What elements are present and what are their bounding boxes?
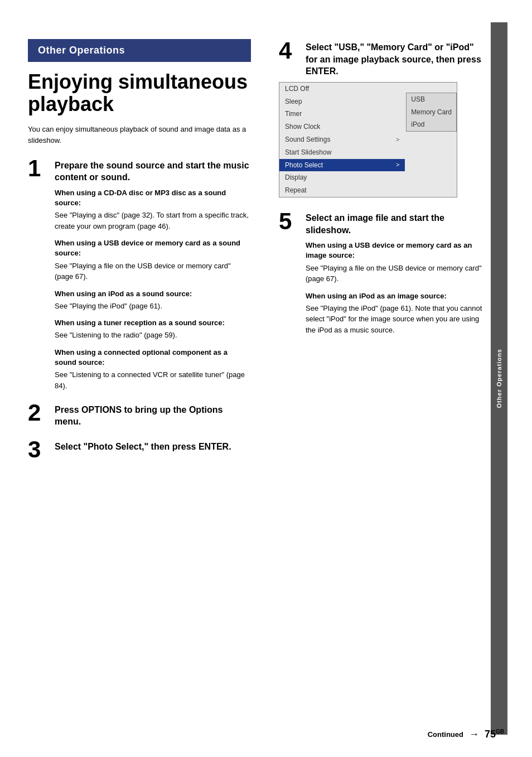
step-1-sub-3: When using an iPod as a sound source: Se… (55, 289, 251, 312)
step-1-number: 1 (28, 157, 49, 180)
step-2: 2 Press OPTIONS to bring up the Options … (28, 401, 251, 428)
step-1: 1 Prepare the sound source and start the… (28, 157, 251, 391)
heading-line2: playback (28, 93, 251, 115)
step-5: 5 Select an image file and start the sli… (279, 210, 485, 335)
step-4: 4 Select "USB," "Memory Card" or "iPod" … (279, 39, 485, 197)
step-1-sub-4: When using a tuner reception as a sound … (55, 318, 251, 341)
side-tab: Other Operations (491, 22, 507, 735)
step-4-number: 4 (279, 39, 300, 62)
page-footer: Continued → 75GB (428, 729, 504, 740)
menu-item-display: Display (279, 171, 405, 184)
step-5-sub-2-text: See "Playing the iPod" (page 61). Note t… (306, 303, 485, 336)
menu-item-sleep: Sleep (279, 95, 405, 108)
step-2-number: 2 (28, 401, 49, 425)
continued-arrow: → (469, 729, 479, 740)
menu-screenshot: LCD Off Sleep Timer Show Clock Sound Set (279, 82, 457, 197)
step-4-title: Select "USB," "Memory Card" or "iPod" fo… (306, 39, 485, 78)
menu-item-sound-settings: Sound Settings > (279, 133, 405, 146)
step-5-title: Select an image file and start the slide… (306, 210, 485, 236)
step-1-title: Prepare the sound source and start the m… (55, 157, 251, 184)
step-1-sub-3-text: See "Playing the iPod" (page 61). (55, 301, 251, 312)
step-1-sub-2: When using a USB device or memory card a… (55, 238, 251, 282)
step-1-content: When using a CD-DA disc or MP3 disc as a… (28, 188, 251, 392)
menu-item-lcd-off: LCD Off (279, 83, 405, 95)
submenu-item-ipod: iPod (407, 118, 456, 131)
step-5-sub-1: When using a USB device or memory card a… (306, 240, 485, 284)
menu-item-start-slideshow: Start Slideshow (279, 146, 405, 159)
banner-label: Other Operations (38, 45, 125, 56)
main-heading: Enjoying simultaneous playback (28, 71, 251, 115)
step-1-sub-5: When using a connected optional componen… (55, 348, 251, 391)
menu-main-list: LCD Off Sleep Timer Show Clock Sound Set (279, 83, 405, 197)
sound-settings-arrow: > (396, 136, 399, 144)
submenu-popup: USB Memory Card iPod (406, 93, 457, 132)
intro-text: You can enjoy simultaneous playback of s… (28, 124, 251, 146)
step-3-title: Select "Photo Select," then press ENTER. (55, 438, 231, 453)
menu-item-timer: Timer (279, 108, 405, 120)
side-tab-label: Other Operations (496, 349, 502, 408)
page-number: 75GB (485, 729, 504, 740)
step-1-sub-3-title: When using an iPod as a sound source: (55, 289, 251, 299)
heading-line1: Enjoying simultaneous (28, 71, 251, 93)
step-3: 3 Select "Photo Select," then press ENTE… (28, 438, 251, 461)
step-5-sub-2: When using an iPod as an image source: S… (306, 291, 485, 336)
step-1-sub-1: When using a CD-DA disc or MP3 disc as a… (55, 188, 251, 232)
page-suffix: GB (496, 729, 504, 735)
step-5-sub-2-title: When using an iPod as an image source: (306, 291, 485, 301)
step-5-sub-1-title: When using a USB device or memory card a… (306, 240, 485, 261)
step-5-content: When using a USB device or memory card a… (279, 240, 485, 335)
submenu-item-memory-card: Memory Card (407, 106, 456, 119)
step-1-sub-1-text: See "Playing a disc" (page 32). To start… (55, 210, 251, 232)
photo-select-arrow: > (396, 161, 399, 169)
step-1-sub-4-text: See "Listening to the radio" (page 59). (55, 330, 251, 341)
step-1-sub-5-title: When using a connected optional componen… (55, 348, 251, 368)
continued-text: Continued (428, 730, 463, 739)
step-1-sub-1-title: When using a CD-DA disc or MP3 disc as a… (55, 188, 251, 208)
step-3-number: 3 (28, 438, 49, 461)
menu-item-photo-select: Photo Select > (279, 159, 405, 172)
menu-item-show-clock: Show Clock (279, 120, 405, 133)
menu-with-submenu: LCD Off Sleep Timer Show Clock Sound Set (279, 83, 457, 197)
menu-item-repeat: Repeat (279, 184, 405, 197)
step-1-sub-2-text: See "Playing a file on the USB device or… (55, 261, 251, 282)
step-1-sub-2-title: When using a USB device or memory card a… (55, 238, 251, 258)
step-5-sub-1-text: See "Playing a file on the USB device or… (306, 263, 485, 285)
step-2-title: Press OPTIONS to bring up the Options me… (55, 401, 251, 428)
page-number-value: 75 (485, 729, 496, 740)
section-banner: Other Operations (28, 39, 251, 62)
step-1-sub-5-text: See "Listening to a connected VCR or sat… (55, 369, 251, 391)
step-5-number: 5 (279, 210, 300, 233)
submenu-item-usb: USB (407, 93, 456, 106)
step-1-sub-4-title: When using a tuner reception as a sound … (55, 318, 251, 328)
